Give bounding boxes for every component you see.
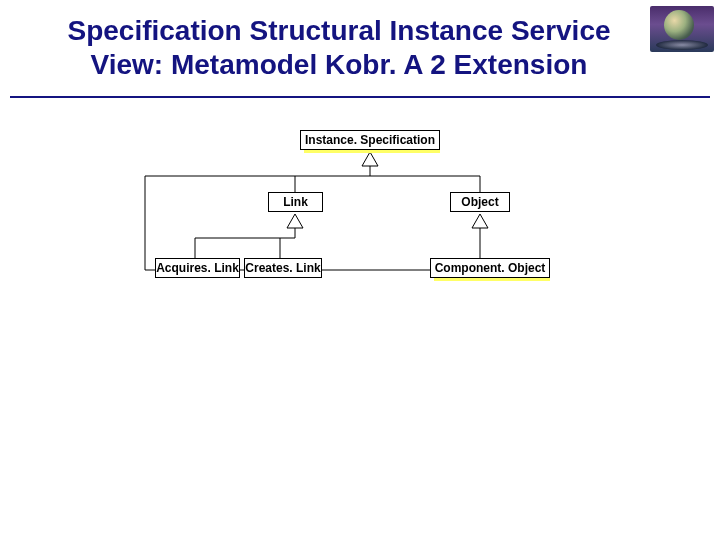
title-underline [10,96,710,98]
node-label: Instance. Specification [305,133,435,147]
svg-marker-12 [472,214,488,228]
node-label: Acquires. Link [156,261,239,275]
title-line-2: View: Metamodel Kobr. A 2 Extension [91,49,588,80]
node-link: Link [268,192,323,212]
svg-marker-0 [362,152,378,166]
svg-marker-7 [287,214,303,228]
node-acquires-link: Acquires. Link [155,258,240,278]
node-label: Component. Object [435,261,546,275]
node-creates-link: Creates. Link [244,258,322,278]
node-instance-specification: Instance. Specification [300,130,440,150]
node-component-object: Component. Object [430,258,550,278]
diagram-connectors [0,120,720,380]
title-line-1: Specification Structural Instance Servic… [67,15,610,46]
node-label: Object [461,195,498,209]
uml-diagram: Instance. Specification Link Object Acqu… [0,120,720,380]
node-object: Object [450,192,510,212]
logo-image [650,6,714,52]
slide-title: Specification Structural Instance Servic… [28,14,650,81]
node-label: Creates. Link [245,261,320,275]
node-label: Link [283,195,308,209]
